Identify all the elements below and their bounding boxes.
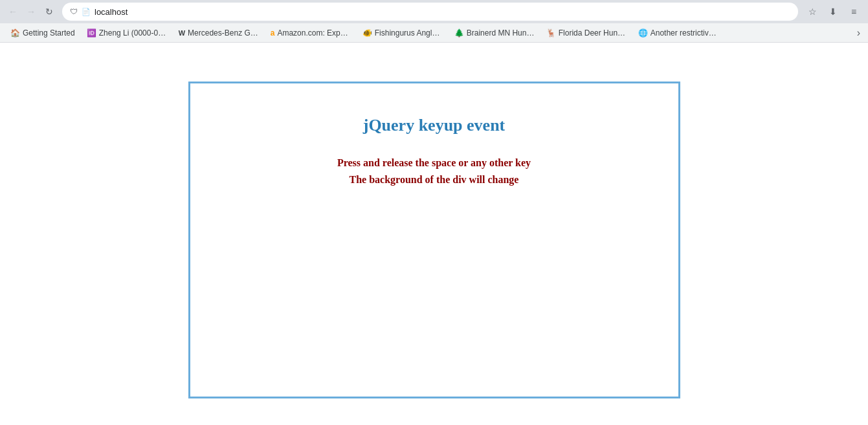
save-button[interactable]: ⬇ (824, 3, 842, 21)
security-icon: 🛡 (70, 7, 78, 16)
nav-buttons: ← → ↻ (5, 4, 57, 19)
instruction-line2: The background of the div will change (337, 171, 531, 188)
browser-chrome: ← → ↻ 🛡 📄 localhost ☆ ⬇ ≡ 🏠 Getting Star… (0, 0, 868, 43)
refresh-button[interactable]: ↻ (41, 4, 57, 19)
forward-button[interactable]: → (23, 4, 39, 19)
menu-button[interactable]: ≡ (845, 3, 863, 21)
bookmark-zheng-li[interactable]: 🆔 Zheng Li (0000-0002-3... (82, 27, 172, 39)
bookmark-icon-brainerd: 🌲 (454, 28, 464, 38)
address-bar[interactable]: 🛡 📄 localhost (62, 3, 798, 21)
demo-box: jQuery keyup event Press and release the… (188, 82, 680, 398)
bookmark-label-getting-started: Getting Started (23, 28, 75, 38)
bookmark-label-another: Another restrictive dee... (651, 28, 718, 38)
demo-title: jQuery keyup event (363, 116, 506, 135)
bookmark-icon-another: 🌐 (638, 28, 648, 38)
bookmark-label-zheng-li: Zheng Li (0000-0002-3... (99, 28, 167, 38)
back-button[interactable]: ← (5, 4, 21, 19)
bookmark-icon-mercedes: W (179, 29, 185, 37)
bookmark-another[interactable]: 🌐 Another restrictive dee... (633, 27, 724, 39)
bookmark-florida-deer[interactable]: 🦌 Florida Deer Hunting S... (541, 27, 632, 39)
bookmark-amazon[interactable]: a Amazon.com: ExpertP... (265, 27, 356, 39)
bookmark-mercedes[interactable]: W Mercedes-Benz G-Clas... (173, 27, 264, 39)
bookmark-icon-florida-deer: 🦌 (546, 28, 556, 38)
toolbar-actions: ☆ ⬇ ≡ (803, 3, 863, 21)
bookmarks-more-button[interactable]: › (854, 26, 863, 40)
bookmark-star-button[interactable]: ☆ (803, 3, 821, 21)
bookmark-label-brainerd: Brainerd MN Hunting ... (467, 28, 535, 38)
bookmark-label-mercedes: Mercedes-Benz G-Clas... (188, 28, 259, 38)
page-icon: 📄 (82, 8, 91, 16)
bookmark-icon-zheng-li: 🆔 (87, 28, 96, 38)
bookmarks-bar: 🏠 Getting Started 🆔 Zheng Li (0000-0002-… (0, 23, 868, 43)
instruction-line1: Press and release the space or any other… (337, 155, 531, 171)
demo-instruction: Press and release the space or any other… (337, 155, 531, 188)
bookmark-getting-started[interactable]: 🏠 Getting Started (5, 27, 80, 39)
bookmark-icon-getting-started: 🏠 (10, 28, 20, 38)
bookmark-fishingurus[interactable]: 🐠 Fishingurus Angler's l... (357, 27, 448, 39)
page-content: jQuery keyup event Press and release the… (0, 43, 868, 425)
bookmark-brainerd[interactable]: 🌲 Brainerd MN Hunting ... (449, 27, 540, 39)
bookmark-label-fishingurus: Fishingurus Angler's l... (375, 28, 443, 38)
bookmark-label-florida-deer: Florida Deer Hunting S... (559, 28, 627, 38)
address-text: localhost (95, 7, 790, 17)
browser-toolbar: ← → ↻ 🛡 📄 localhost ☆ ⬇ ≡ (0, 0, 868, 23)
bookmark-label-amazon: Amazon.com: ExpertP... (277, 28, 350, 38)
bookmark-icon-amazon: a (271, 28, 275, 38)
bookmark-icon-fishingurus: 🐠 (362, 28, 372, 38)
